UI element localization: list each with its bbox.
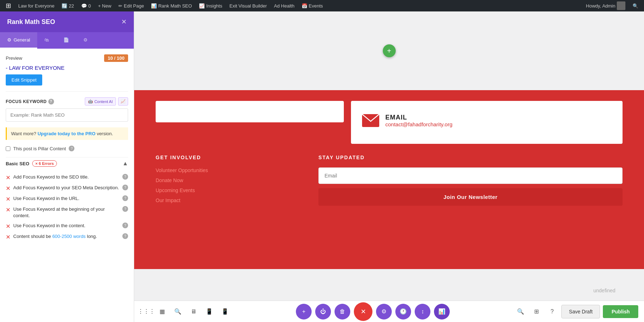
- panel-tabs: ⚙ General 🛍 📄 ⚙: [0, 32, 134, 49]
- toolbar-chart-btn[interactable]: 📊: [434, 304, 450, 319]
- events[interactable]: 📅 Events: [299, 0, 326, 11]
- wp-icon: ⊞: [6, 2, 11, 10]
- content-ai-button[interactable]: 🤖 Content AI: [85, 97, 116, 106]
- seo-item-text-2: Add Focus Keyword to your SEO Meta Descr…: [13, 185, 119, 191]
- rank-math-nav[interactable]: 📊 Rank Math SEO: [148, 0, 195, 11]
- tab-general[interactable]: ⚙ General: [0, 32, 37, 49]
- error-icon-6: ✕: [6, 234, 10, 240]
- preview-score: 10 / 100: [104, 54, 128, 62]
- focus-keyword-label: FOCUS KEYWORD ?: [6, 99, 54, 104]
- help-icon: ?: [551, 308, 554, 315]
- seo-item-help-6[interactable]: ?: [122, 233, 128, 239]
- comments-icon: 💬: [81, 3, 87, 9]
- trend-button[interactable]: 📈: [118, 97, 128, 106]
- edit-page[interactable]: ✏ Edit Page: [116, 0, 147, 11]
- toolbar-desktop[interactable]: 🖥: [187, 305, 200, 318]
- site-name[interactable]: Law for Everyone: [15, 0, 57, 11]
- word-count-link[interactable]: 600-2500 words: [52, 234, 86, 239]
- general-icon: ⚙: [7, 37, 11, 43]
- toolbar-right-layers[interactable]: ⊞: [530, 305, 543, 318]
- pillar-content-help-icon[interactable]: ?: [69, 146, 74, 151]
- panel-close-button[interactable]: ✕: [121, 18, 127, 26]
- edit-snippet-button[interactable]: Edit Snippet: [6, 74, 42, 86]
- trash-icon: 🗑: [340, 308, 345, 315]
- updates[interactable]: 🔄 22: [59, 0, 77, 11]
- panel-header: Rank Math SEO ✕: [0, 11, 134, 32]
- hamburger-icon: ⋮⋮⋮: [138, 308, 155, 315]
- content-ai-icon: 🤖: [88, 99, 93, 104]
- toolbar-reorder-btn[interactable]: ↕: [415, 304, 430, 319]
- basic-seo-title-row: Basic SEO × 6 Errors: [6, 160, 57, 167]
- comments[interactable]: 💬 0: [78, 0, 94, 11]
- exit-visual-builder[interactable]: Exit Visual Builder: [226, 0, 270, 11]
- edit-page-label: Edit Page: [124, 3, 144, 9]
- admin-search[interactable]: 🔍: [630, 3, 641, 9]
- newsletter-button[interactable]: Join Our Newsletter: [318, 188, 623, 206]
- seo-item-help-3[interactable]: ?: [122, 195, 128, 201]
- footer-link-4[interactable]: Our Impact: [156, 197, 308, 203]
- toolbar-search[interactable]: 🔍: [171, 305, 184, 318]
- pillar-content-checkbox[interactable]: [6, 146, 10, 151]
- toolbar-trash-btn[interactable]: 🗑: [335, 304, 350, 319]
- toolbar-settings-btn[interactable]: ⚙: [376, 304, 392, 319]
- toolbar-add-btn[interactable]: +: [296, 304, 312, 319]
- tab-schema[interactable]: 📄: [56, 32, 76, 49]
- tab-social[interactable]: 🛍: [37, 32, 56, 49]
- error-icon-4: ✕: [6, 206, 10, 213]
- mobile-icon: 📱: [221, 308, 229, 315]
- footer-link-2[interactable]: Donate Now: [156, 177, 308, 183]
- seo-item-text-6: Content should be 600-2500 words long.: [13, 233, 119, 240]
- add-section-button[interactable]: +: [383, 44, 396, 57]
- footer-link-1[interactable]: Volunteer Opportunities: [156, 167, 308, 173]
- updates-count: 22: [69, 3, 74, 9]
- footer-link-3[interactable]: Upcoming Events: [156, 187, 308, 193]
- email-icon: [362, 114, 379, 127]
- toolbar-close-btn[interactable]: ✕: [354, 302, 372, 321]
- settings-icon: ⚙: [381, 308, 386, 315]
- toolbar-history-btn[interactable]: 🕐: [395, 304, 411, 319]
- publish-button[interactable]: Publish: [603, 305, 638, 318]
- save-draft-button[interactable]: Save Draft: [561, 305, 600, 318]
- insights[interactable]: 📈 Insights: [196, 0, 225, 11]
- email-card-title: EMAIL: [385, 114, 453, 121]
- toolbar-hamburger[interactable]: ⋮⋮⋮: [140, 305, 153, 318]
- new-item[interactable]: + New: [95, 0, 114, 11]
- howdy-admin[interactable]: Howdy, Admin: [583, 1, 628, 10]
- focus-keyword-input[interactable]: [6, 108, 128, 122]
- toolbar-right-search[interactable]: 🔍: [514, 305, 527, 318]
- search-icon: 🔍: [174, 308, 181, 315]
- grid-icon: ▦: [160, 308, 165, 315]
- focus-keyword-help-icon[interactable]: ?: [48, 99, 54, 104]
- upgrade-link[interactable]: Upgrade today to the PRO: [38, 131, 96, 136]
- email-card-header: EMAIL contact@fahadforcharity.org: [362, 112, 612, 130]
- tablet-icon: 📱: [206, 308, 213, 315]
- toolbar-grid[interactable]: ▦: [156, 305, 169, 318]
- newsletter-email-input[interactable]: [318, 167, 623, 184]
- search-icon: 🔍: [633, 3, 638, 9]
- email-icon-wrapper: [362, 112, 380, 130]
- wp-logo[interactable]: ⊞: [3, 0, 14, 11]
- seo-item-help-1[interactable]: ?: [122, 174, 128, 180]
- seo-item-2: ✕ Add Focus Keyword to your SEO Meta Des…: [6, 185, 128, 192]
- focus-keyword-section: FOCUS KEYWORD ? 🤖 Content AI 📈: [6, 91, 128, 122]
- seo-item-help-2[interactable]: ?: [122, 185, 128, 190]
- events-icon: 📅: [302, 3, 307, 9]
- seo-item-1: ✕ Add Focus Keyword to the SEO title. ?: [6, 174, 128, 181]
- error-icon-3: ✕: [6, 196, 10, 203]
- tab-advanced[interactable]: ⚙: [76, 32, 95, 49]
- seo-item-help-4[interactable]: ?: [122, 206, 128, 212]
- seo-item-help-5[interactable]: ?: [122, 223, 128, 228]
- toolbar-right-help[interactable]: ?: [546, 305, 558, 318]
- ad-health[interactable]: Ad Health: [271, 0, 297, 11]
- admin-bar: ⊞ Law for Everyone 🔄 22 💬 0 + New ✏ Edit…: [0, 0, 644, 11]
- basic-seo-section: Basic SEO × 6 Errors ▲ ✕ Add Focus Keywo…: [6, 157, 128, 240]
- toolbar-tablet[interactable]: 📱: [203, 305, 216, 318]
- toolbar-power-btn[interactable]: ⏻: [315, 304, 331, 319]
- bottom-toolbar: ⋮⋮⋮ ▦ 🔍 🖥 📱 📱: [134, 301, 644, 322]
- collapse-button[interactable]: ▲: [122, 160, 128, 167]
- insights-icon: 📈: [199, 3, 205, 9]
- tab-general-label: General: [14, 37, 30, 43]
- toolbar-mobile[interactable]: 📱: [219, 305, 231, 318]
- upgrade-banner: Want more? Upgrade today to the PRO vers…: [6, 127, 128, 140]
- preview-header: Preview 10 / 100: [6, 54, 128, 62]
